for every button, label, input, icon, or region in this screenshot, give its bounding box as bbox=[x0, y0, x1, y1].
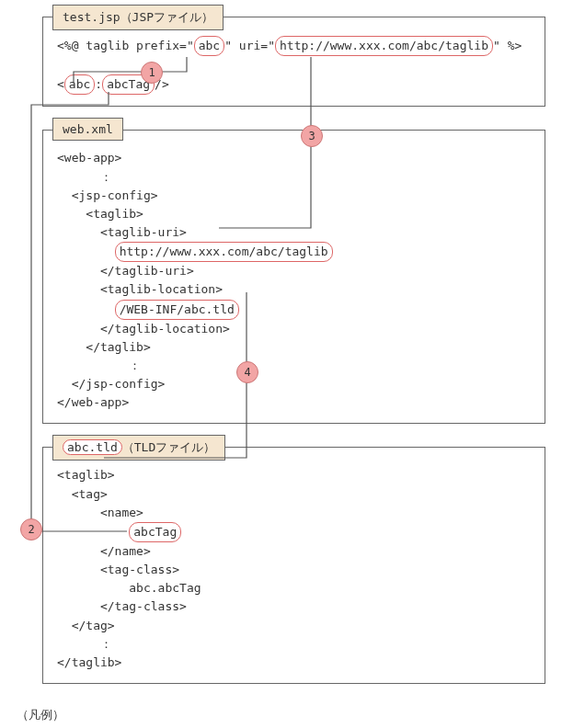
tld-body: <taglib> <tag> <name> abcTag </name> <ta… bbox=[43, 448, 545, 683]
jsp-prefix: abc bbox=[194, 36, 224, 56]
tld-file-box: abc.tld（TLDファイル） <taglib> <tag> <name> a… bbox=[42, 447, 545, 684]
jsp-tag-prefix: abc bbox=[64, 74, 95, 95]
web-uri: http://www.xxx.com/abc/taglib bbox=[115, 242, 333, 262]
jsp-title: test.jsp（JSPファイル） bbox=[52, 5, 224, 30]
legend: （凡例） ：対応するデータ bbox=[17, 707, 545, 728]
marker-1: 1 bbox=[141, 62, 163, 84]
tld-filename: abc.tld bbox=[63, 439, 122, 455]
marker-4: 4 bbox=[236, 361, 258, 383]
jsp-body: <%@ taglib prefix="abc" uri="http://www.… bbox=[43, 17, 545, 106]
tld-tagname: abcTag bbox=[129, 522, 181, 542]
webxml-title: web.xml bbox=[52, 118, 123, 141]
web-location: /WEB-INF/abc.tld bbox=[115, 300, 239, 320]
tld-title: abc.tld（TLDファイル） bbox=[52, 435, 225, 461]
webxml-file-box: web.xml <web-app> ： <jsp-config> <taglib… bbox=[42, 130, 545, 424]
marker-3: 3 bbox=[301, 125, 323, 147]
webxml-body: <web-app> ： <jsp-config> <taglib> <tagli… bbox=[43, 131, 545, 423]
jsp-uri: http://www.xxx.com/abc/taglib bbox=[275, 36, 493, 56]
jsp-file-box: test.jsp（JSPファイル） <%@ taglib prefix="abc… bbox=[42, 17, 545, 107]
legend-title: （凡例） bbox=[17, 707, 545, 723]
marker-2: 2 bbox=[20, 518, 42, 540]
